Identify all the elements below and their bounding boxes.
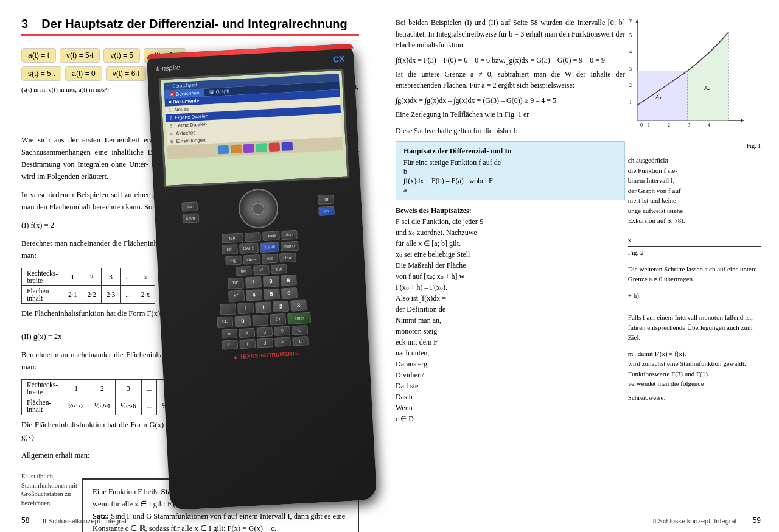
- btn-4[interactable]: 4: [246, 289, 262, 301]
- ctrl-button[interactable]: ctrl: [222, 244, 238, 254]
- svg-text:1: 1: [648, 122, 650, 128]
- beweis-hauptsatz: Beweis des Hauptsatzes: F sei die Funkti…: [396, 205, 625, 424]
- btn-A[interactable]: A: [239, 328, 255, 338]
- btn-8[interactable]: 8: [262, 276, 279, 287]
- svg-marker-59: [688, 34, 728, 121]
- sto-button[interactable]: sto→: [243, 254, 260, 264]
- menu-num-4: 4: [170, 131, 173, 136]
- home-icon: ⌂: [166, 84, 169, 89]
- del-button[interactable]: del: [271, 264, 287, 274]
- ex-button[interactable]: eˣ: [228, 290, 245, 302]
- neg-button[interactable]: (-): [270, 313, 286, 325]
- calc-nav-area: esc save off on: [161, 184, 355, 233]
- up-button[interactable]: ↑: [245, 232, 261, 242]
- btn-C[interactable]: C: [274, 326, 290, 336]
- table-cell: ...: [141, 397, 157, 415]
- on-button[interactable]: on: [318, 206, 335, 215]
- x2-button[interactable]: x²: [253, 265, 270, 275]
- right-nav-buttons: off on: [318, 194, 335, 215]
- menu-label-1: Neues: [175, 107, 189, 113]
- page-label-right: II Schlüsselkonzept: Integral: [652, 517, 736, 525]
- table-cell: 2·3: [101, 286, 120, 304]
- page-number-right: 59: [753, 516, 761, 525]
- save-button[interactable]: save: [182, 213, 199, 223]
- tab-label-b: B: [209, 90, 214, 94]
- btn-H[interactable]: H: [222, 340, 238, 349]
- log-button[interactable]: log: [236, 266, 252, 276]
- page-number-left: 58: [21, 516, 29, 525]
- tab-graph[interactable]: B Graph: [204, 87, 234, 97]
- hauptsatz-text: Für eine stetige Funktion f auf de­ b ∫f…: [403, 158, 617, 195]
- svg-text:1: 1: [629, 100, 632, 105]
- right-graph-column: y 0 1 2 3 4 5 1 2 3 4: [628, 17, 761, 424]
- svg-marker-58: [637, 71, 688, 121]
- left-nav-buttons: esc save: [181, 201, 199, 223]
- nav-pad[interactable]: [237, 187, 279, 229]
- off-button[interactable]: off: [318, 194, 334, 204]
- right-col-text3: Die weiteren Schritte lassen sich auf ei…: [628, 264, 761, 284]
- right-col-text6: m', damit F'(x) = f(x). wird zunächst ei…: [628, 349, 761, 389]
- btn-D[interactable]: D: [292, 325, 308, 335]
- nav-center[interactable]: [252, 202, 265, 215]
- btn-2[interactable]: 2: [273, 301, 289, 312]
- btn-6[interactable]: 6: [281, 287, 298, 299]
- var-button[interactable]: var: [262, 254, 278, 264]
- tab-button[interactable]: tab: [222, 233, 243, 243]
- scratchpad-label: Scratchpad: [172, 82, 197, 89]
- menu-label-2: Eigene Dateien: [175, 113, 208, 121]
- svg-text:4: 4: [708, 122, 710, 128]
- btn-0[interactable]: 0: [234, 315, 251, 327]
- btn-J[interactable]: J: [257, 338, 273, 348]
- dot-button[interactable]: .: [252, 315, 268, 326]
- calc-brand: ti-nspire: [156, 64, 181, 72]
- table-cell: Flächen-inhalt: [22, 286, 63, 304]
- pi-button[interactable]: π: [221, 329, 237, 338]
- formula-box: v(t) = 5·t: [60, 48, 100, 63]
- paren-close[interactable]: ): [237, 303, 254, 314]
- calc-screen: ⌂ Scratchpad A Berechnen B Graph: [159, 69, 349, 188]
- tab-graph-label: Graph: [215, 88, 229, 94]
- menu-button[interactable]: menu: [281, 241, 299, 252]
- btn-3[interactable]: 3: [290, 299, 307, 311]
- btn-9[interactable]: 9: [280, 275, 296, 286]
- table-cell: ½·3·6: [115, 397, 141, 415]
- svg-text:0: 0: [640, 122, 643, 128]
- right-col-text4: + h).: [628, 290, 761, 301]
- paren-open[interactable]: (: [220, 303, 236, 315]
- right-page: Bei beiden Beispielen (I) und (II) auf S…: [377, 0, 779, 532]
- btn-L[interactable]: L: [292, 336, 309, 346]
- clear-button[interactable]: clear: [279, 253, 296, 262]
- enter-button[interactable]: enter: [287, 312, 311, 324]
- nav-circle[interactable]: [237, 187, 279, 229]
- table-cell: ½·2·4: [89, 397, 115, 415]
- btn-K[interactable]: K: [274, 337, 291, 347]
- svg-text:3: 3: [629, 66, 632, 72]
- caps-button[interactable]: CAPS: [239, 243, 259, 254]
- page-button[interactable]: +page: [262, 231, 281, 240]
- doc-button[interactable]: doc·: [281, 230, 298, 240]
- calculator-overlay: ti-nspire CX ⌂ Scratchpad A Berechnen: [158, 49, 390, 511]
- table-cell: 2·x: [136, 286, 155, 304]
- right-text-column: Bei beiden Beispielen (I) und (II) auf S…: [396, 17, 625, 424]
- btn-1[interactable]: 1: [255, 301, 271, 313]
- ee-button[interactable]: EE: [217, 317, 233, 328]
- icon1: [217, 145, 229, 155]
- shift-button[interactable]: ⇧shift: [260, 242, 279, 253]
- formula-box: v(t) = 6·t: [106, 66, 146, 81]
- btn-I[interactable]: I: [239, 339, 256, 349]
- calculator-body: ti-nspire CX ⌂ Scratchpad A Berechnen: [147, 44, 377, 511]
- right-intro: Bei beiden Beispielen (I) und (II) auf S…: [396, 17, 625, 51]
- trig-button[interactable]: trig: [225, 256, 242, 265]
- 10x-button[interactable]: 10ˣ: [228, 278, 244, 289]
- chapter-title: Der Hauptsatz der Differenzial- und Inte…: [41, 17, 347, 30]
- esc-button[interactable]: esc: [182, 201, 198, 211]
- btn-7[interactable]: 7: [245, 276, 261, 288]
- svg-marker-46: [635, 19, 639, 23]
- integral2: ∫g(x)dx = ∫g(x)dx – ∫g(x)dx = (G(3) – G(…: [396, 96, 625, 105]
- table-cell: 3: [115, 380, 141, 397]
- table-cell: 1: [63, 268, 82, 286]
- btn-B[interactable]: B: [256, 327, 273, 337]
- btn-5[interactable]: 5: [264, 289, 280, 300]
- table-cell: ...: [141, 380, 157, 397]
- table-cell: ...: [121, 286, 136, 304]
